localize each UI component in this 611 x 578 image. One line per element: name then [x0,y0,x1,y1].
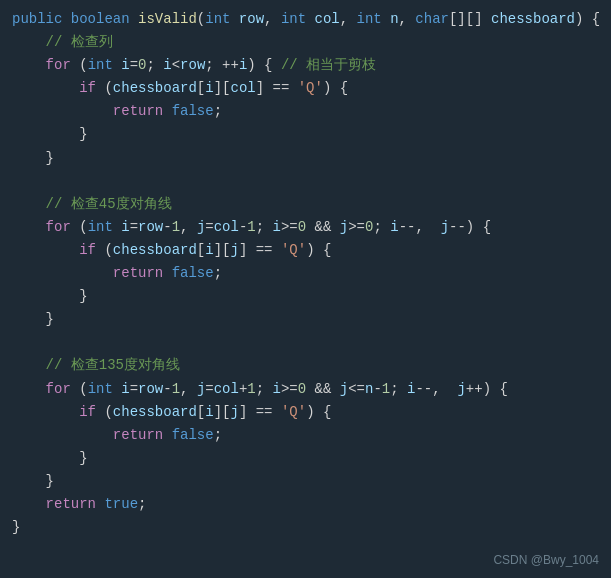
code-line: if (chessboard[i][col] == 'Q') { [12,77,599,100]
code-line: } [12,123,599,146]
code-line [12,331,599,354]
code-line: if (chessboard[i][j] == 'Q') { [12,239,599,262]
code-line: } [12,447,599,470]
code-line: public boolean isValid(int row, int col,… [12,8,599,31]
code-line: } [12,470,599,493]
code-block: public boolean isValid(int row, int col,… [0,0,611,578]
code-line: return false; [12,100,599,123]
code-line: } [12,285,599,308]
code-line: for (int i=row-1, j=col+1; i>=0 && j<=n-… [12,378,599,401]
code-line: } [12,308,599,331]
code-line: // 检查135度对角线 [12,354,599,377]
code-line: } [12,147,599,170]
code-line: // 检查45度对角线 [12,193,599,216]
code-line: for (int i=row-1, j=col-1; i>=0 && j>=0;… [12,216,599,239]
code-line: // 检查列 [12,31,599,54]
code-line: return true; [12,493,599,516]
code-line [12,170,599,193]
code-line: return false; [12,424,599,447]
code-content: public boolean isValid(int row, int col,… [12,8,599,539]
watermark: CSDN @Bwy_1004 [493,551,599,570]
code-line: if (chessboard[i][j] == 'Q') { [12,401,599,424]
code-line: return false; [12,262,599,285]
code-line: } [12,516,599,539]
code-line: for (int i=0; i<row; ++i) { // 相当于剪枝 [12,54,599,77]
